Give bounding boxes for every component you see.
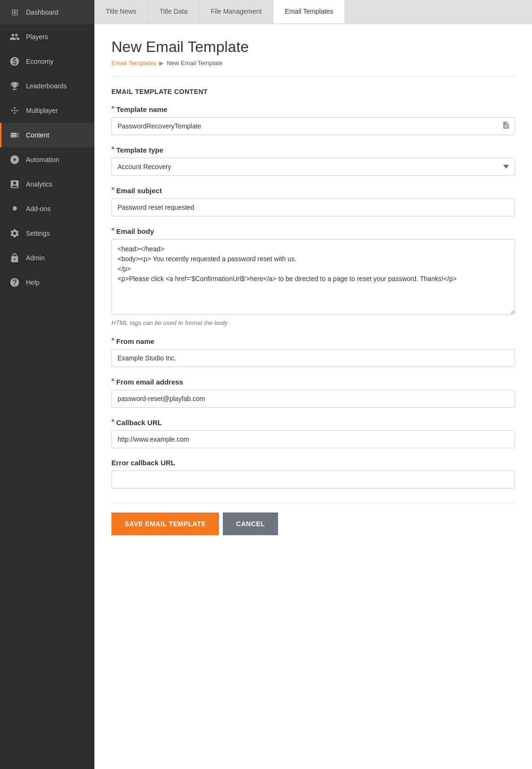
email-subject-input[interactable] (111, 198, 515, 216)
breadcrumb: Email Templates ▶ New Email Template (111, 60, 515, 77)
sidebar-label-content: Content (26, 131, 49, 139)
email-body-label: * Email body (111, 227, 515, 235)
sidebar-label-economy: Economy (26, 58, 53, 65)
from-name-field: * From name (111, 337, 515, 367)
template-name-field: * Template name (111, 105, 515, 135)
from-email-field: * From email address (111, 377, 515, 408)
section-title: EMAIL TEMPLATE CONTENT (111, 88, 515, 95)
error-callback-url-label: Error callback URL (111, 459, 515, 467)
template-type-label: * Template type (111, 145, 515, 154)
admin-icon (9, 252, 20, 264)
automation-icon (9, 154, 20, 165)
sidebar-item-analytics[interactable]: Analytics (0, 172, 94, 197)
tab-bar: Title News Title Data File Management Em… (94, 0, 532, 24)
required-star-subject: * (111, 186, 114, 195)
sidebar-item-settings[interactable]: Settings (0, 221, 94, 246)
breadcrumb-link[interactable]: Email Templates (111, 60, 156, 67)
required-star-body: * (111, 227, 114, 235)
required-star: * (111, 105, 114, 113)
sidebar-label-players: Players (26, 33, 48, 41)
callback-url-label: * Callback URL (111, 418, 515, 427)
svg-point-2 (17, 110, 18, 111)
required-star-type: * (111, 145, 114, 154)
sidebar-item-help[interactable]: Help (0, 270, 94, 295)
players-icon (9, 31, 20, 43)
sidebar-label-dashboard: Dashboard (26, 9, 59, 16)
economy-icon (9, 56, 20, 67)
from-name-label: * From name (111, 337, 515, 345)
tab-title-data[interactable]: Title Data (148, 0, 199, 24)
addons-icon (9, 203, 20, 214)
from-email-label: * From email address (111, 377, 515, 386)
template-name-input-wrapper (111, 117, 515, 135)
from-email-input[interactable] (111, 390, 515, 408)
sidebar-label-settings: Settings (26, 230, 50, 237)
email-body-textarea[interactable]: <head></head> <body><p> You recently req… (111, 239, 515, 315)
sidebar: ⊞ Dashboard Players Economy Leaderboards… (0, 0, 94, 769)
sidebar-item-content[interactable]: Content (0, 123, 94, 147)
content-icon (9, 129, 20, 141)
save-button[interactable]: SAVE EMAIL TEMPLATE (111, 513, 219, 535)
main-content: Title News Title Data File Management Em… (94, 0, 532, 769)
template-type-select[interactable]: Account Recovery Custom (111, 158, 515, 176)
svg-point-3 (14, 107, 16, 109)
sidebar-label-automation: Automation (26, 156, 59, 163)
breadcrumb-separator: ▶ (159, 60, 164, 67)
template-type-field: * Template type Account Recovery Custom (111, 145, 515, 176)
svg-point-0 (14, 110, 16, 111)
dashboard-icon: ⊞ (9, 7, 20, 18)
email-subject-label: * Email subject (111, 186, 515, 195)
email-body-hint: HTML tags can be used to format the body (111, 319, 515, 326)
sidebar-label-admin: Admin (26, 254, 45, 262)
multiplayer-icon (9, 105, 20, 116)
required-star-from-name: * (111, 337, 114, 345)
tab-email-templates[interactable]: Email Templates (273, 0, 345, 24)
template-icon (502, 121, 510, 131)
sidebar-item-multiplayer[interactable]: Multiplayer (0, 98, 94, 123)
leaderboards-icon (9, 80, 20, 92)
sidebar-item-players[interactable]: Players (0, 25, 94, 49)
error-callback-url-field: Error callback URL (111, 459, 515, 488)
template-name-label: * Template name (111, 105, 515, 113)
required-star-callback: * (111, 418, 114, 427)
sidebar-label-leaderboards: Leaderboards (26, 82, 67, 90)
tab-file-management[interactable]: File Management (199, 0, 273, 24)
error-callback-url-input[interactable] (111, 470, 515, 488)
from-name-input[interactable] (111, 349, 515, 367)
sidebar-label-help: Help (26, 279, 40, 286)
callback-url-field: * Callback URL (111, 418, 515, 448)
sidebar-item-addons[interactable]: Add-ons (0, 197, 94, 221)
sidebar-item-dashboard[interactable]: ⊞ Dashboard (0, 0, 94, 25)
sidebar-item-automation[interactable]: Automation (0, 147, 94, 172)
help-icon (9, 277, 20, 288)
sidebar-label-multiplayer: Multiplayer (26, 107, 58, 114)
callback-url-input[interactable] (111, 430, 515, 448)
email-body-field: * Email body <head></head> <body><p> You… (111, 227, 515, 326)
content-area: New Email Template Email Templates ▶ New… (94, 24, 532, 769)
sidebar-item-leaderboards[interactable]: Leaderboards (0, 74, 94, 98)
email-subject-field: * Email subject (111, 186, 515, 216)
sidebar-item-admin[interactable]: Admin (0, 246, 94, 270)
page-title: New Email Template (111, 38, 515, 56)
breadcrumb-current: New Email Template (167, 60, 222, 67)
svg-point-4 (14, 112, 16, 114)
sidebar-label-addons: Add-ons (26, 205, 51, 213)
required-star-from-email: * (111, 377, 114, 386)
analytics-icon (9, 179, 20, 190)
svg-point-1 (11, 110, 13, 111)
sidebar-item-economy[interactable]: Economy (0, 49, 94, 74)
tab-title-news[interactable]: Title News (94, 0, 148, 24)
cancel-button[interactable]: CANCEL (223, 513, 278, 535)
form-footer: SAVE EMAIL TEMPLATE CANCEL (111, 503, 515, 535)
settings-icon (9, 228, 20, 239)
template-name-input[interactable] (111, 117, 515, 135)
sidebar-label-analytics: Analytics (26, 180, 52, 188)
